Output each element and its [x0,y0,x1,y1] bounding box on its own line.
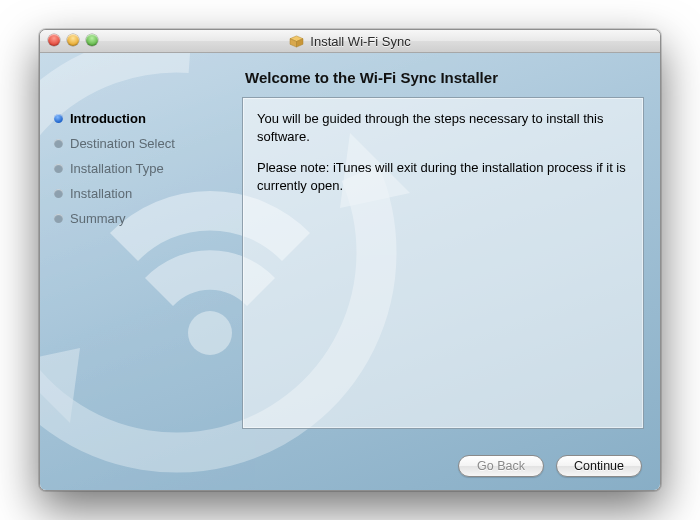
steps-sidebar: Introduction Destination Select Installa… [54,111,229,226]
step-label: Installation Type [70,161,164,176]
go-back-button[interactable]: Go Back [458,455,544,477]
bullet-icon [54,164,63,173]
button-row: Go Back Continue [458,455,642,477]
step-installation: Installation [54,186,229,201]
step-label: Summary [70,211,126,226]
svg-point-5 [188,311,232,355]
bullet-icon [54,139,63,148]
step-installation-type: Installation Type [54,161,229,176]
content-para-1: You will be guided through the steps nec… [257,110,629,145]
step-introduction: Introduction [54,111,229,126]
bullet-icon [54,189,63,198]
content-panel: You will be guided through the steps nec… [242,97,644,429]
minimize-icon[interactable] [67,34,79,46]
step-label: Destination Select [70,136,175,151]
step-label: Installation [70,186,132,201]
bullet-icon [54,214,63,223]
zoom-icon[interactable] [86,34,98,46]
titlebar[interactable]: Install Wi-Fi Sync [40,30,660,53]
close-icon[interactable] [48,34,60,46]
step-summary: Summary [54,211,229,226]
svg-marker-4 [40,348,80,423]
package-icon [289,35,304,48]
continue-button[interactable]: Continue [556,455,642,477]
installer-window: Install Wi-Fi Sync Introduc [39,29,661,491]
traffic-lights [48,34,98,46]
page-title: Welcome to the Wi-Fi Sync Installer [245,69,498,86]
step-destination-select: Destination Select [54,136,229,151]
content-para-2: Please note: iTunes will exit during the… [257,159,629,194]
step-label: Introduction [70,111,146,126]
bullet-icon [54,114,63,123]
window-title: Install Wi-Fi Sync [310,34,410,49]
window-body: Introduction Destination Select Installa… [40,53,660,491]
